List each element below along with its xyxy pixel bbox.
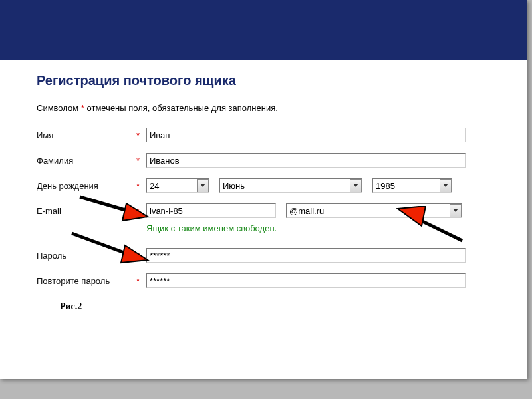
- row-last-name: Фамилия *: [37, 152, 497, 169]
- required-mark: *: [136, 206, 146, 216]
- content: Регистрация почтового ящика Символом * о…: [0, 60, 527, 312]
- required-mark: *: [136, 251, 146, 261]
- email-availability-hint: Ящик с таким именем свободен.: [146, 223, 497, 233]
- label-birthday: День рождения: [37, 181, 136, 191]
- svg-marker-0: [200, 184, 205, 187]
- email-domain-select[interactable]: [286, 203, 462, 218]
- required-mark: *: [136, 130, 146, 140]
- password-repeat-input[interactable]: [146, 273, 466, 288]
- required-note: Символом * отмечены поля, обязательные д…: [37, 103, 497, 113]
- svg-marker-3: [453, 209, 458, 212]
- required-mark: *: [136, 181, 146, 191]
- label-last-name: Фамилия: [37, 156, 136, 166]
- birth-month-select[interactable]: [219, 178, 362, 193]
- figure-label: Рис.2: [60, 301, 497, 312]
- dropdown-icon[interactable]: [450, 204, 462, 217]
- svg-marker-1: [353, 184, 358, 187]
- label-email: E-mail: [37, 206, 136, 216]
- row-email: E-mail *: [37, 202, 497, 219]
- first-name-input[interactable]: [146, 128, 466, 142]
- email-local-input[interactable]: [146, 203, 276, 218]
- label-first-name: Имя: [37, 130, 136, 140]
- dropdown-icon[interactable]: [197, 179, 209, 192]
- row-password-repeat: Повторите пароль *: [37, 272, 497, 289]
- row-password: Пароль *: [37, 247, 497, 264]
- label-password: Пароль: [37, 251, 136, 261]
- header-band: [0, 0, 527, 60]
- required-mark: *: [136, 156, 146, 166]
- label-password-repeat: Повторите пароль: [37, 276, 136, 286]
- required-mark: *: [136, 276, 146, 286]
- last-name-input[interactable]: [146, 153, 466, 168]
- row-birthday: День рождения *: [37, 177, 497, 194]
- row-first-name: Имя *: [37, 126, 497, 144]
- dropdown-icon[interactable]: [440, 179, 452, 192]
- page-title: Регистрация почтового ящика: [37, 73, 497, 88]
- password-input[interactable]: [146, 248, 466, 263]
- svg-marker-2: [443, 184, 448, 187]
- dropdown-icon[interactable]: [350, 179, 362, 192]
- slide: Регистрация почтового ящика Символом * о…: [0, 0, 527, 379]
